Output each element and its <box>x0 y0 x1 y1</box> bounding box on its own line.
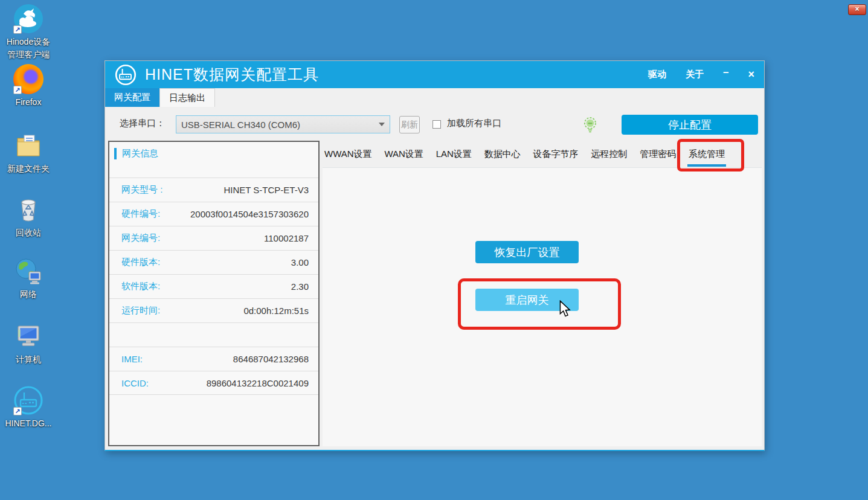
info-row-model: 网关型号 : HINET S-TCP-ET-V3 <box>109 178 318 202</box>
titlebar: HINET数据网关配置工具 驱动 关于 – × <box>105 61 764 88</box>
viewer-close-button[interactable]: × <box>848 4 866 15</box>
stop-config-button[interactable]: 停止配置 <box>622 115 758 135</box>
tab-data-center[interactable]: 数据中心 <box>484 147 521 161</box>
info-row-empty <box>109 322 318 347</box>
desktop-icon-network[interactable]: 网络 <box>4 256 53 301</box>
app-window: HINET数据网关配置工具 驱动 关于 – × 网关配置 日志输出 选择串口： … <box>104 60 765 451</box>
refresh-button[interactable]: 刷新 <box>399 116 420 133</box>
desktop-icon-label: 网络 <box>4 288 53 301</box>
desktop-icon-label: HINET.DG... <box>4 417 53 430</box>
info-row-iccid: ICCID: 898604132218C0021409 <box>109 371 318 395</box>
driver-menu-button[interactable]: 驱动 <box>648 69 666 80</box>
gateway-info-panel: 网关信息 网关型号 : HINET S-TCP-ET-V3 硬件编号: 2000… <box>108 141 320 446</box>
folder-icon <box>13 130 43 161</box>
status-bulb-icon <box>583 117 597 133</box>
settings-panel: WWAN设置 WAN设置 LAN设置 数据中心 设备字节序 远程控制 管理密码 … <box>323 141 762 446</box>
desktop-icon-label: 新建文件夹 <box>4 162 53 175</box>
info-row-imei: IMEI: 864687042132968 <box>109 347 318 371</box>
info-row-hardware-id: 硬件编号: 20003f0014504e3157303620 <box>109 202 318 226</box>
network-icon <box>13 256 43 286</box>
tab-gateway-config[interactable]: 网关配置 <box>105 88 159 107</box>
gateway-info-header: 网关信息 <box>109 142 318 178</box>
desktop-icon-label: Hinode设备 管理客户端 <box>4 36 53 61</box>
tab-system-management[interactable]: 系统管理 <box>688 147 725 161</box>
reboot-gateway-button[interactable]: 重启网关 <box>475 289 579 311</box>
main-tab-bar: 网关配置 日志输出 <box>105 88 764 107</box>
router-logo-icon <box>115 64 137 86</box>
minimize-button[interactable]: – <box>723 66 728 79</box>
tab-wwan-settings[interactable]: WWAN设置 <box>324 147 373 161</box>
load-all-ports-checkbox[interactable] <box>432 120 441 129</box>
shortcut-arrow-icon: ↗ <box>13 25 22 34</box>
factory-reset-button[interactable]: 恢复出厂设置 <box>475 241 579 263</box>
serial-port-value: USB-SERIAL CH340 (COM6) <box>181 120 300 130</box>
system-management-content: 恢复出厂设置 重启网关 <box>323 167 762 446</box>
about-menu-button[interactable]: 关于 <box>686 69 704 80</box>
settings-tab-bar: WWAN设置 WAN设置 LAN设置 数据中心 设备字节序 远程控制 管理密码 … <box>323 141 762 167</box>
tab-byte-order[interactable]: 设备字节序 <box>533 147 579 161</box>
shortcut-arrow-icon: ↗ <box>13 86 22 94</box>
tab-remote-control[interactable]: 远程控制 <box>590 147 628 161</box>
active-tab-underline <box>687 164 726 167</box>
info-row-gateway-id: 网关编号: 110002187 <box>109 226 318 250</box>
desktop-icon-label: 计算机 <box>4 353 53 366</box>
desktop-icon-label: 回收站 <box>4 226 53 239</box>
window-close-button[interactable]: × <box>748 68 754 81</box>
desktop-icon-firefox[interactable]: ↗ Firefox <box>4 64 53 109</box>
shortcut-arrow-icon: ↗ <box>13 407 22 415</box>
info-row-sw-version: 软件版本: 2.30 <box>109 274 318 298</box>
desktop-icon-hinode-client[interactable]: ↗ Hinode设备 管理客户端 <box>4 4 53 61</box>
info-row-uptime: 运行时间: 0d:00h:12m:51s <box>109 298 318 322</box>
info-row-hw-version: 硬件版本: 3.00 <box>109 250 318 274</box>
window-title: HINET数据网关配置工具 <box>145 65 319 85</box>
desktop-icon-hinet-dg[interactable]: ↗ HINET.DG... <box>4 385 53 430</box>
computer-icon <box>13 321 43 351</box>
window-content: 网关信息 网关型号 : HINET S-TCP-ET-V3 硬件编号: 2000… <box>105 141 764 450</box>
tab-log-output[interactable]: 日志输出 <box>159 88 215 107</box>
desktop-icon-label: Firefox <box>4 96 53 109</box>
accent-bar <box>114 148 117 159</box>
chevron-down-icon <box>379 123 385 126</box>
desktop-icon-computer[interactable]: 计算机 <box>4 321 53 366</box>
desktop-icon-new-folder[interactable]: 新建文件夹 <box>4 130 53 175</box>
serial-toolbar: 选择串口： USB-SERIAL CH340 (COM6) 刷新 加载所有串口 … <box>105 107 764 141</box>
tab-wan-settings[interactable]: WAN设置 <box>384 147 423 161</box>
tab-lan-settings[interactable]: LAN设置 <box>436 147 472 161</box>
serial-port-label: 选择串口： <box>120 118 165 129</box>
tab-admin-password[interactable]: 管理密码 <box>639 147 677 161</box>
desktop-icon-recycle-bin[interactable]: 回收站 <box>4 194 53 239</box>
serial-port-select[interactable]: USB-SERIAL CH340 (COM6) <box>176 115 390 133</box>
load-all-ports-label: 加载所有串口 <box>447 118 501 129</box>
recycle-bin-icon <box>13 194 43 225</box>
desktop: ↗ Hinode设备 管理客户端 ↗ Firefox 新建文件 <box>0 0 868 500</box>
